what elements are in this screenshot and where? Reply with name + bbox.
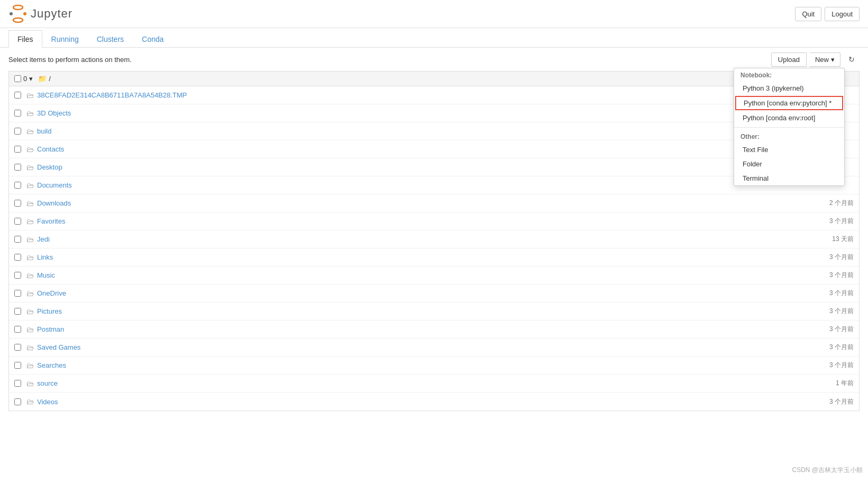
file-name-link[interactable]: Postman [37,325,811,333]
file-name-link[interactable]: source [37,379,811,387]
file-name-link[interactable]: Links [37,253,811,261]
file-name-link[interactable]: Music [37,271,811,279]
refresh-button[interactable]: ↻ [844,52,860,67]
file-name-link[interactable]: Videos [37,398,811,406]
folder-icon: 🗁 [26,397,34,406]
row-checkbox[interactable] [14,290,21,297]
row-checkbox[interactable] [14,398,21,405]
file-name-link[interactable]: 38CE8FAD2E314CA8B6711BA7A8A54B28.TMP [37,91,811,99]
row-checkbox[interactable] [14,362,21,369]
folder-icon: 🗁 [26,163,34,172]
logo: Jupyter [8,4,73,23]
table-row: 🗁 OneDrive 3 个月前 [9,285,859,303]
tab-files[interactable]: Files [8,30,42,48]
folder-icon: 🗁 [26,361,34,370]
file-name-link[interactable]: 3D Objects [37,109,811,117]
folder-icon: 🗁 [26,289,34,298]
file-date: 3 个月前 [811,289,854,298]
row-checkbox[interactable] [14,272,21,279]
dropdown-item-pytorch[interactable]: Python [conda env:pytorch] * [735,96,843,110]
file-name-link[interactable]: Documents [37,181,811,189]
row-checkbox[interactable] [14,344,21,351]
file-date: 3 个月前 [811,217,854,226]
dropdown-item-folder[interactable]: Folder [734,157,844,171]
file-name-link[interactable]: OneDrive [37,289,811,297]
file-name-link[interactable]: Favorites [37,217,811,225]
folder-icon: 🗁 [26,343,34,352]
table-row: 🗁 Saved Games 3 个月前 [9,339,859,357]
file-date: 3 个月前 [811,397,854,406]
file-name-link[interactable]: Pictures [37,307,811,315]
dropdown-arrow-icon: ▾ [831,56,835,64]
svg-point-3 [23,12,26,15]
row-checkbox[interactable] [14,218,21,225]
select-all-checkbox[interactable] [14,75,21,82]
file-name-link[interactable]: Contacts [37,145,811,153]
row-checkbox[interactable] [14,380,21,387]
folder-icon: 🗁 [26,181,34,190]
folder-icon: 🗁 [26,127,34,136]
logout-button[interactable]: Logout [825,7,860,21]
toolbar-right: Upload New ▾ ↻ Notebook: Python 3 (ipyke… [771,52,860,67]
header-actions: Quit Logout [795,7,860,21]
tab-bar: Files Running Clusters Conda [0,30,868,48]
file-date: 3 个月前 [811,361,854,370]
table-row: 🗁 Searches 3 个月前 [9,357,859,375]
file-name-link[interactable]: Downloads [37,199,811,207]
table-row: 🗁 Music 3 个月前 [9,266,859,285]
file-name-link[interactable]: Desktop [37,163,811,171]
dropdown-item-python3[interactable]: Python 3 (ipykernel) [734,81,844,95]
row-checkbox[interactable] [14,308,21,315]
row-checkbox[interactable] [14,326,21,333]
row-checkbox[interactable] [14,254,21,261]
row-checkbox[interactable] [14,164,21,171]
file-date: 3 个月前 [811,343,854,352]
tab-running[interactable]: Running [42,30,88,48]
select-hint: Select items to perform actions on them. [8,56,132,64]
file-list: 🗁 38CE8FAD2E314CA8B6711BA7A8A54B28.TMP 🗁… [8,86,860,411]
dropdown-item-terminal[interactable]: Terminal [734,171,844,185]
tab-clusters[interactable]: Clusters [88,30,133,48]
row-checkbox[interactable] [14,128,21,135]
file-count-label: 0 [23,75,27,83]
table-row: 🗁 Desktop [9,158,859,176]
dropdown-small-icon[interactable]: ▾ [29,75,33,83]
folder-icon: 🗁 [26,325,34,334]
table-row: 🗁 Pictures 3 个月前 [9,303,859,321]
select-all-area: 0 ▾ [14,75,33,83]
file-date: 3 个月前 [811,253,854,262]
header: Jupyter Quit Logout [0,0,868,28]
row-checkbox[interactable] [14,200,21,207]
folder-icon: 🗁 [26,307,34,316]
toolbar: Select items to perform actions on them.… [0,48,868,71]
row-checkbox[interactable] [14,92,21,99]
dropdown-divider [734,127,844,128]
table-row: 🗁 Jedi 13 天前 [9,230,859,248]
upload-button[interactable]: Upload [771,52,807,67]
folder-icon: 🗁 [26,199,34,208]
file-name-link[interactable]: Searches [37,361,811,369]
folder-icon: 🗁 [26,145,34,154]
folder-icon: 🗁 [26,271,34,280]
row-checkbox[interactable] [14,182,21,189]
dropdown-item-root[interactable]: Python [conda env:root] [734,111,844,125]
row-checkbox[interactable] [14,146,21,153]
folder-icon: 🗁 [26,235,34,244]
table-row: 🗁 Videos 3 个月前 [9,393,859,411]
row-checkbox[interactable] [14,110,21,117]
new-button[interactable]: New ▾ [810,52,840,67]
current-path: / [49,75,51,83]
file-name-link[interactable]: Saved Games [37,343,811,351]
row-checkbox[interactable] [14,236,21,243]
dropdown-item-textfile[interactable]: Text File [734,143,844,157]
file-name-link[interactable]: Jedi [37,235,811,243]
file-date: 2 个月前 [811,199,854,208]
svg-point-2 [10,12,13,15]
tab-conda[interactable]: Conda [133,30,173,48]
table-row: 🗁 3D Objects [9,104,859,122]
quit-button[interactable]: Quit [795,7,821,21]
jupyter-logo-icon [8,4,28,23]
file-name-link[interactable]: build [37,127,811,135]
folder-icon: 🗁 [26,91,34,100]
table-row: 🗁 source 1 年前 [9,375,859,393]
